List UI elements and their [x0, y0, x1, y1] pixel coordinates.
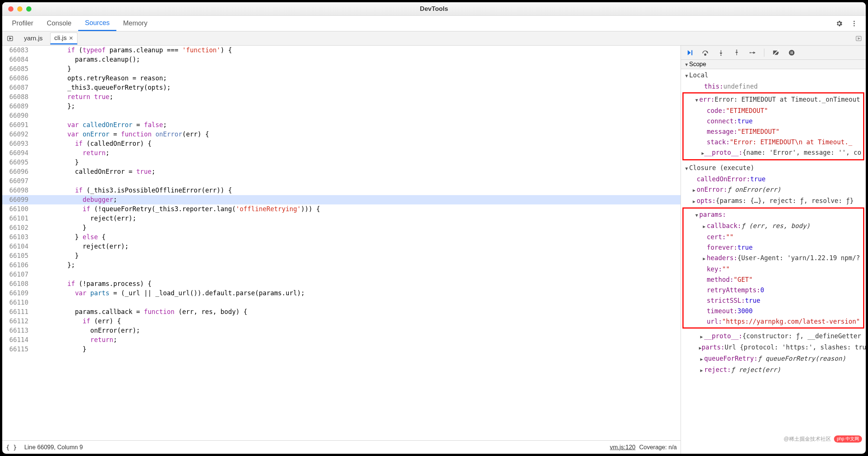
line-number: 66106: [2, 261, 32, 270]
line-content: [32, 176, 67, 186]
code-line[interactable]: 66096 calledOnError = true;: [2, 167, 569, 176]
tab-sources[interactable]: Sources: [78, 16, 116, 31]
panel-tabs: Profiler Console Sources Memory: [2, 16, 569, 31]
line-number: 66093: [2, 139, 32, 148]
line-content: if (typeof params.cleanup === 'function'…: [32, 46, 232, 55]
close-dot[interactable]: [8, 6, 13, 12]
code-line[interactable]: 66091 var calledOnError = false;: [2, 120, 569, 130]
line-number: 66087: [2, 83, 32, 92]
main-split: 66083 if (typeof params.cleanup === 'fun…: [2, 46, 569, 298]
code-line[interactable]: 66085 }: [2, 64, 569, 74]
code-line[interactable]: 66087 _this3.queueForRetry(opts);: [2, 83, 569, 92]
tab-console[interactable]: Console: [40, 16, 78, 31]
line-number: 66099: [2, 195, 32, 204]
code-line[interactable]: 66109 var parts = (_url || _load_url()).…: [2, 289, 569, 298]
devtools-window: DevTools Profiler Console Sources Memory…: [2, 2, 569, 298]
code-line[interactable]: 66101 reject(err);: [2, 214, 569, 223]
code-line[interactable]: 66099 debugger;: [2, 195, 569, 204]
line-number: 66084: [2, 55, 32, 64]
file-tab-label: cli.js: [54, 34, 67, 42]
line-content: };: [32, 261, 75, 270]
line-content: if (_this3.isPossibleOfflineError(err)) …: [32, 186, 232, 195]
line-number: 66107: [2, 270, 32, 279]
line-number: 66101: [2, 214, 32, 223]
file-tab-label: yarn.js: [24, 35, 43, 42]
code-line[interactable]: 66093 if (calledOnError) {: [2, 139, 569, 148]
navigator-toggle-icon[interactable]: [6, 34, 14, 43]
code-line[interactable]: 66097: [2, 176, 569, 186]
code-line[interactable]: 66104 reject(err);: [2, 242, 569, 251]
sources-subbar: yarn.js cli.js ✕: [2, 31, 569, 46]
line-content: }: [32, 251, 79, 261]
code-panel: 66083 if (typeof params.cleanup === 'fun…: [2, 46, 569, 298]
window-controls: [2, 6, 31, 12]
line-content: return true;: [32, 92, 113, 102]
code-line[interactable]: 66095 }: [2, 158, 569, 167]
code-line[interactable]: 66107: [2, 270, 569, 279]
file-tabs: yarn.js cli.js ✕: [16, 31, 77, 45]
code-line[interactable]: 66098 if (_this3.isPossibleOfflineError(…: [2, 186, 569, 195]
line-number: 66109: [2, 289, 32, 298]
code-line[interactable]: 66086 opts.retryReason = reason;: [2, 74, 569, 83]
code-line[interactable]: 66092 var onError = function onError(err…: [2, 130, 569, 139]
code-line[interactable]: 66094 return;: [2, 148, 569, 158]
code-line[interactable]: 66088 return true;: [2, 92, 569, 102]
line-number: 66105: [2, 251, 32, 261]
line-number: 66102: [2, 223, 32, 232]
line-number: 66104: [2, 242, 32, 251]
line-number: 66088: [2, 92, 32, 102]
line-content: opts.retryReason = reason;: [32, 74, 167, 83]
svg-marker-4: [10, 38, 12, 40]
code-line[interactable]: 66089 };: [2, 102, 569, 111]
zoom-dot[interactable]: [26, 6, 31, 12]
line-content: if (calledOnError) {: [32, 139, 152, 148]
line-content: var calledOnError = false;: [32, 120, 167, 130]
line-number: 66094: [2, 148, 32, 158]
code-line[interactable]: 66083 if (typeof params.cleanup === 'fun…: [2, 46, 569, 55]
line-number: 66090: [2, 111, 32, 120]
code-line[interactable]: 66102 }: [2, 223, 569, 232]
line-content: reject(err);: [32, 242, 129, 251]
code-line[interactable]: 66105 }: [2, 251, 569, 261]
line-content: } else {: [32, 232, 106, 242]
code-line[interactable]: 66106 };: [2, 261, 569, 270]
titlebar: DevTools: [2, 2, 569, 16]
line-content: reject(err);: [32, 214, 136, 223]
line-number: 66098: [2, 186, 32, 195]
line-number: 66100: [2, 204, 32, 214]
line-content: var onError = function onError(err) {: [32, 130, 209, 139]
line-number: 66096: [2, 167, 32, 176]
line-content: _this3.queueForRetry(opts);: [32, 83, 171, 92]
minimize-dot[interactable]: [17, 6, 22, 12]
line-content: var parts = (_url || _load_url()).defaul…: [32, 289, 305, 298]
line-number: 66108: [2, 279, 32, 289]
line-number: 66092: [2, 130, 32, 139]
line-content: debugger;: [32, 195, 117, 204]
code-editor[interactable]: 66083 if (typeof params.cleanup === 'fun…: [2, 46, 569, 298]
line-content: }: [32, 158, 79, 167]
window-title: DevTools: [2, 5, 569, 13]
code-line[interactable]: 66103 } else {: [2, 232, 569, 242]
code-line[interactable]: 66108 if (!params.process) {: [2, 279, 569, 289]
line-number: 66103: [2, 232, 32, 242]
tab-profiler[interactable]: Profiler: [5, 16, 40, 31]
file-tab-cli[interactable]: cli.js ✕: [50, 33, 77, 44]
line-content: };: [32, 102, 75, 111]
line-content: return;: [32, 148, 110, 158]
line-number: 66097: [2, 176, 32, 186]
line-content: }: [32, 64, 71, 74]
line-content: if (!queueForRetry(_this3.reporter.lang(…: [32, 204, 320, 214]
tab-memory[interactable]: Memory: [116, 16, 154, 31]
close-icon[interactable]: ✕: [69, 35, 73, 41]
code-line[interactable]: 66090: [2, 111, 569, 120]
line-content: [32, 270, 67, 279]
line-number: 66091: [2, 120, 32, 130]
line-number: 66089: [2, 102, 32, 111]
file-tab-yarn[interactable]: yarn.js: [20, 33, 46, 44]
line-number: 66086: [2, 74, 32, 83]
line-content: }: [32, 223, 86, 232]
line-content: params.cleanup();: [32, 55, 140, 64]
code-line[interactable]: 66100 if (!queueForRetry(_this3.reporter…: [2, 204, 569, 214]
code-line[interactable]: 66084 params.cleanup();: [2, 55, 569, 64]
line-content: if (!params.process) {: [32, 279, 152, 289]
